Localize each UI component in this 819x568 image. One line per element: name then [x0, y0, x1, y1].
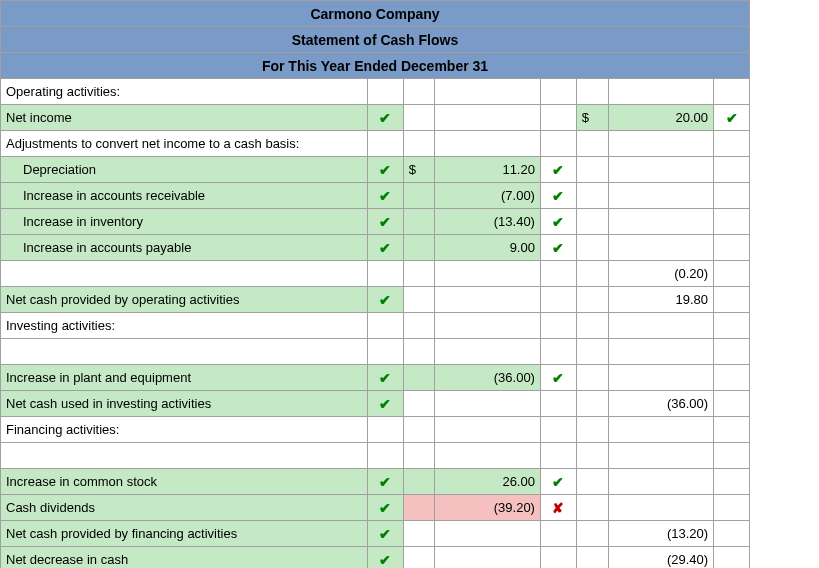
check-icon: ✔	[379, 292, 391, 308]
row-label: Investing activities:	[1, 313, 368, 339]
currency-symbol-1	[403, 183, 435, 209]
table-row: Investing activities:	[1, 313, 750, 339]
currency-symbol-1	[403, 261, 435, 287]
currency-symbol-2	[576, 443, 608, 469]
check-icon: ✔	[552, 240, 564, 256]
value-2	[608, 469, 714, 495]
value-2-mark	[714, 287, 750, 313]
value-2-mark	[714, 313, 750, 339]
currency-symbol-2	[576, 365, 608, 391]
value-1: 9.00	[435, 235, 541, 261]
cash-flow-statement: Carmono Company Statement of Cash Flows …	[0, 0, 750, 568]
check-icon: ✔	[379, 370, 391, 386]
value-1: (7.00)	[435, 183, 541, 209]
currency-symbol-1	[403, 521, 435, 547]
value-1-mark	[540, 131, 576, 157]
check-icon: ✔	[379, 474, 391, 490]
table-row: Increase in accounts payable✔9.00✔	[1, 235, 750, 261]
value-2-mark	[714, 209, 750, 235]
value-1	[435, 131, 541, 157]
label-mark: ✔	[367, 209, 403, 235]
check-icon: ✔	[379, 552, 391, 568]
check-icon: ✔	[552, 214, 564, 230]
label-mark: ✔	[367, 287, 403, 313]
value-2-mark	[714, 79, 750, 105]
row-label: Net cash used in investing activities	[1, 391, 368, 417]
table-row: (0.20)	[1, 261, 750, 287]
currency-symbol-1	[403, 105, 435, 131]
value-1-mark: ✔	[540, 157, 576, 183]
label-mark	[367, 443, 403, 469]
value-2-mark	[714, 235, 750, 261]
value-2-mark	[714, 131, 750, 157]
currency-symbol-2	[576, 287, 608, 313]
statement-title: Statement of Cash Flows	[1, 27, 750, 53]
currency-symbol-1	[403, 495, 435, 521]
value-1: (13.40)	[435, 209, 541, 235]
currency-symbol-1	[403, 235, 435, 261]
value-2	[608, 365, 714, 391]
table-row: Increase in accounts receivable✔(7.00)✔	[1, 183, 750, 209]
row-label: Increase in accounts receivable	[1, 183, 368, 209]
value-1-mark	[540, 105, 576, 131]
value-2	[608, 157, 714, 183]
value-2: (36.00)	[608, 391, 714, 417]
value-1	[435, 339, 541, 365]
row-label: Depreciation	[1, 157, 368, 183]
currency-symbol-2	[576, 209, 608, 235]
currency-symbol-2	[576, 417, 608, 443]
label-mark: ✔	[367, 157, 403, 183]
value-1-mark	[540, 313, 576, 339]
label-mark: ✔	[367, 105, 403, 131]
check-icon: ✔	[379, 188, 391, 204]
value-1: (36.00)	[435, 365, 541, 391]
currency-symbol-1	[403, 365, 435, 391]
check-icon: ✔	[379, 526, 391, 542]
value-2-mark: ✔	[714, 105, 750, 131]
currency-symbol-2	[576, 235, 608, 261]
value-1-mark	[540, 443, 576, 469]
company-header: Carmono Company	[1, 1, 750, 27]
currency-symbol-1	[403, 469, 435, 495]
value-2	[608, 79, 714, 105]
value-1-mark	[540, 339, 576, 365]
value-1-mark: ✔	[540, 209, 576, 235]
value-2-mark	[714, 469, 750, 495]
label-mark: ✔	[367, 235, 403, 261]
value-2-mark	[714, 157, 750, 183]
value-1	[435, 547, 541, 569]
row-label: Increase in common stock	[1, 469, 368, 495]
table-row: Net cash provided by operating activitie…	[1, 287, 750, 313]
value-1-mark	[540, 547, 576, 569]
table-row: Adjustments to convert net income to a c…	[1, 131, 750, 157]
value-2-mark	[714, 365, 750, 391]
currency-symbol-1	[403, 339, 435, 365]
table-row: Financing activities:	[1, 417, 750, 443]
value-1	[435, 521, 541, 547]
value-1-mark	[540, 79, 576, 105]
label-mark: ✔	[367, 391, 403, 417]
table-row: Net cash provided by financing activitie…	[1, 521, 750, 547]
value-1	[435, 105, 541, 131]
label-mark	[367, 339, 403, 365]
value-2: (29.40)	[608, 547, 714, 569]
value-2	[608, 495, 714, 521]
value-1	[435, 417, 541, 443]
value-1	[435, 261, 541, 287]
row-label: Net cash provided by operating activitie…	[1, 287, 368, 313]
label-mark	[367, 131, 403, 157]
label-mark: ✔	[367, 495, 403, 521]
value-1	[435, 443, 541, 469]
value-1-mark	[540, 417, 576, 443]
label-mark	[367, 79, 403, 105]
row-label: Adjustments to convert net income to a c…	[1, 131, 368, 157]
value-2-mark	[714, 521, 750, 547]
check-icon: ✔	[379, 214, 391, 230]
value-1-mark: ✔	[540, 183, 576, 209]
row-label: Net income	[1, 105, 368, 131]
value-1: 11.20	[435, 157, 541, 183]
value-2-mark	[714, 547, 750, 569]
row-label: Cash dividends	[1, 495, 368, 521]
label-mark: ✔	[367, 521, 403, 547]
label-mark	[367, 313, 403, 339]
